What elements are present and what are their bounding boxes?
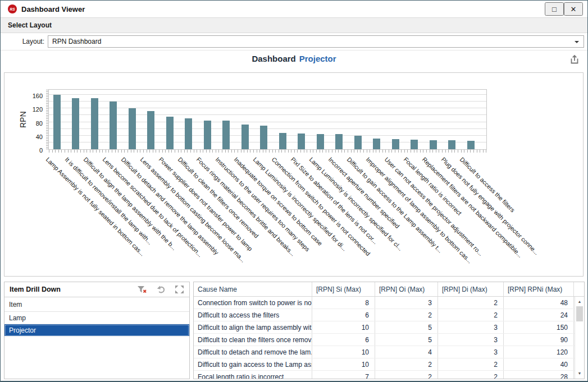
drilldown-item-lamp[interactable]: Lamp [4, 312, 189, 324]
cause-name-cell: Difficult to clean the filters once remo… [194, 334, 312, 346]
undo-button[interactable] [156, 285, 166, 294]
bar[interactable] [222, 121, 230, 149]
plot-area: Lamp Assembly is not fully seated in bot… [48, 89, 487, 150]
cause-name-cell: Focal length ratio is incorrect [194, 371, 312, 379]
bar[interactable] [335, 134, 343, 149]
item-drilldown-toolbar [137, 285, 184, 294]
bar[interactable] [129, 108, 136, 149]
bar[interactable] [260, 126, 267, 149]
close-button[interactable]: ✕ [564, 2, 583, 16]
bar[interactable] [298, 134, 305, 149]
value-cell: 150 [504, 321, 574, 333]
value-cell: 8 [312, 297, 375, 309]
layout-row: Layout: RPN Dashboard [1, 33, 587, 50]
bar[interactable] [91, 98, 98, 149]
bar[interactable] [204, 121, 211, 149]
app-logo-text: RS [10, 7, 15, 11]
item-drilldown-panel: Item Drill Down [4, 282, 190, 379]
bar[interactable] [448, 140, 455, 149]
column-header[interactable]: Cause Name [194, 282, 312, 296]
x-axis-labels: Lamp Assembly is not fully seated in bot… [49, 150, 487, 279]
dashboard-viewer-window: RS Dashboard Viewer □ ✕ Select Layout La… [0, 0, 588, 382]
bar[interactable] [392, 139, 399, 149]
value-cell: 4 [375, 346, 438, 358]
bar[interactable] [411, 140, 418, 149]
bar[interactable] [72, 98, 79, 149]
drilldown-item-projector[interactable]: Projector [4, 324, 189, 337]
table-row[interactable]: Difficult to access the filters62224 [194, 309, 584, 321]
drilldown-list: LampProjector [4, 312, 189, 337]
scrollbar-thumb[interactable] [576, 306, 583, 321]
bar[interactable] [166, 117, 174, 149]
table-row[interactable]: Difficult to align the lamp assembly wit… [194, 321, 584, 334]
y-tick-label: 40 [26, 133, 43, 141]
item-drilldown-title: Item Drill Down [10, 286, 61, 293]
bar[interactable] [53, 95, 61, 149]
bar[interactable] [430, 140, 437, 149]
value-cell: 2 [438, 358, 504, 370]
bar[interactable] [467, 141, 475, 149]
column-header[interactable]: [RPN] Di (Max) [438, 282, 504, 296]
chevron-down-icon [575, 41, 579, 43]
select-layout-header: Select Layout [1, 17, 587, 33]
window-controls: □ ✕ [545, 2, 583, 16]
cause-name-cell: Difficult to align the lamp assembly wit… [194, 321, 312, 333]
value-cell: 10 [312, 321, 375, 333]
value-cell: 2 [375, 358, 438, 370]
value-cell: 48 [504, 297, 574, 309]
value-cell: 40 [504, 358, 574, 370]
bar[interactable] [373, 139, 380, 149]
cause-name-cell: Difficult to access the filters [194, 309, 312, 321]
column-header[interactable]: [RPN] Si (Max) [312, 282, 375, 296]
cause-name-cell: Difficult to detach and remove the lam..… [194, 346, 312, 358]
column-header[interactable]: [RPN] RPNi (Max) [504, 282, 574, 296]
table-row[interactable]: Difficult to detach and remove the lam..… [194, 346, 584, 358]
bar[interactable] [279, 133, 286, 149]
dashboard-title-item: Projector [299, 54, 336, 63]
y-axis-labels: 04080120160 [25, 89, 46, 151]
scroll-up-arrow[interactable]: ▲ [575, 298, 584, 306]
value-cell: 3 [438, 346, 504, 358]
table-header-row: Cause Name[RPN] Si (Max)[RPN] Oi (Max)[R… [194, 282, 584, 297]
vertical-scrollbar[interactable]: ▲ ▼ [575, 297, 584, 379]
table-row[interactable]: Difficult to gain access to the Lamp ass… [194, 358, 584, 371]
select-layout-title: Select Layout [8, 21, 52, 29]
bar[interactable] [147, 111, 154, 149]
layout-dropdown[interactable]: RPN Dashboard [48, 35, 584, 48]
value-cell: 24 [504, 309, 574, 321]
cause-name-cell: Connection from switch to power is not..… [194, 297, 312, 309]
bar[interactable] [354, 136, 362, 149]
value-cell: 2 [375, 371, 438, 379]
x-axis-label: Inadequate torque on screws to bottom ca… [233, 156, 324, 247]
value-cell: 6 [312, 309, 375, 321]
gridline [49, 94, 486, 95]
rpn-chart: RPN 04080120160 Lamp Assembly is not ful… [4, 72, 584, 277]
dashboard-title: DashboardProjector [1, 54, 587, 63]
expand-icon [175, 287, 184, 296]
undo-icon [156, 287, 166, 296]
bar[interactable] [317, 134, 324, 149]
column-header[interactable]: [RPN] Oi (Max) [375, 282, 438, 296]
clear-filter-button[interactable] [137, 285, 147, 294]
value-cell: 10 [312, 346, 375, 358]
layout-label: Layout: [1, 38, 44, 45]
title-bar: RS Dashboard Viewer □ ✕ [1, 1, 587, 17]
app-logo-icon: RS [8, 4, 17, 13]
table-row[interactable]: Focal length ratio is incorrect72228 [194, 371, 584, 379]
export-button[interactable] [568, 54, 581, 66]
value-cell: 3 [375, 297, 438, 309]
bar[interactable] [185, 118, 192, 149]
value-cell: 90 [504, 334, 574, 346]
bar[interactable] [110, 102, 117, 149]
cause-name-cell: Difficult to gain access to the Lamp ass… [194, 358, 312, 370]
table-row[interactable]: Connection from switch to power is not..… [194, 297, 584, 309]
table-row[interactable]: Difficult to clean the filters once remo… [194, 334, 584, 346]
scroll-down-arrow[interactable]: ▼ [575, 370, 584, 378]
bar[interactable] [241, 125, 249, 149]
value-cell: 3 [438, 334, 504, 346]
y-tick-label: 80 [26, 119, 43, 127]
y-tick-label: 120 [26, 105, 43, 113]
maximize-panel-button[interactable] [174, 285, 184, 294]
maximize-button[interactable]: □ [545, 2, 564, 16]
drilldown-column-header[interactable]: Item [4, 297, 189, 312]
